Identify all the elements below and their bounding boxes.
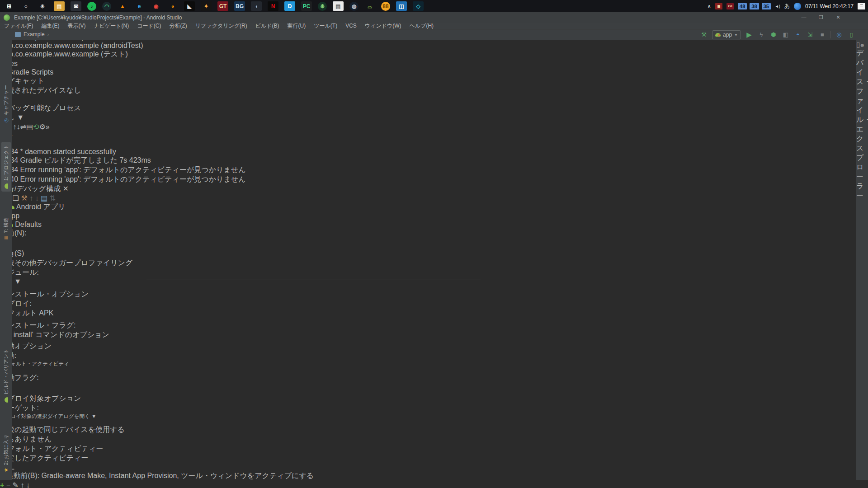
menu-item[interactable]: 編集(E) [37, 23, 63, 29]
logcat-tool-icon-soft-wrap[interactable]: ⇌ [20, 123, 26, 131]
menu-item[interactable]: ナビゲート(N) [90, 23, 133, 29]
profile-icon[interactable]: ◧ [782, 30, 790, 39]
config-tree-row[interactable]: ▶ Defaults [0, 220, 868, 229]
edit-task-icon[interactable]: ✎ [13, 481, 19, 488]
tray-temp-badge[interactable]: 35 [762, 3, 771, 9]
maximize-button[interactable]: ❐ [814, 12, 828, 23]
debug-icon[interactable]: ⬢ [769, 30, 778, 39]
dialog-close-icon[interactable]: ✕ [62, 185, 68, 192]
event-log-line[interactable]: 20:34 Gradle ビルドが完了しました 7s 423ms [0, 156, 868, 165]
taskbar-app-icon-anaconda[interactable]: ❋ [318, 2, 327, 11]
menu-item[interactable]: ヘルプ(H) [406, 23, 438, 29]
tool-button-device-file-explorer[interactable]: ▯ デバイス・ファイル・エクスプローラー [856, 40, 868, 201]
taskbar-app-icon-gta[interactable]: GT [217, 1, 228, 11]
tray-temp-badge[interactable]: 48 [738, 3, 747, 9]
menu-item[interactable]: 実行(U) [283, 23, 310, 29]
taskbar-app-icon-gem[interactable]: ◇ [413, 1, 424, 11]
tree-row[interactable]: ▶ jp.co.example.www.example (テスト) [0, 50, 868, 59]
sdk-manager-icon[interactable]: ▯ [847, 30, 855, 39]
device-manager-icon[interactable]: ◎ [835, 30, 843, 39]
taskbar-app-icon-steam[interactable]: ◍ [349, 2, 359, 11]
taskbar-app-icon-vlc[interactable]: ▲ [117, 1, 128, 11]
tray-gpu-icon[interactable]: ▦ [715, 3, 722, 9]
config-tree-row[interactable]: app [0, 212, 868, 220]
close-button[interactable]: ✕ [831, 12, 845, 23]
tool-button-favorites[interactable]: ★ 2: お気に入り [1, 432, 11, 475]
config-tree-row[interactable]: ▼ Android アプリ [0, 202, 868, 212]
taskbar-app-icon-file-explorer[interactable]: ▤ [54, 1, 65, 11]
dialog-titlebar[interactable]: 実行/デバッグ構成 ✕ [0, 184, 868, 194]
menu-item[interactable]: 分析(Z) [165, 23, 191, 29]
dropdown-option[interactable]: デフォルト・アクティビティー [0, 444, 868, 454]
build-hammer-icon[interactable]: ⚒ [700, 30, 708, 39]
taskbar-app-icon-pycharm[interactable]: PC [301, 1, 312, 11]
menu-item[interactable]: ビルド(B) [251, 23, 283, 29]
taskbar-app-icon-spotify[interactable]: ♪ [87, 2, 96, 11]
dropdown-option[interactable]: URL [0, 463, 868, 471]
taskbar-app-icon-torch[interactable]: ✦ [201, 1, 212, 11]
device-dropdown[interactable]: 接続されたデバイスなし ▼ [0, 86, 82, 103]
taskbar-app-icon-notes[interactable]: ▤ [333, 1, 344, 11]
dropdown-option[interactable]: 何もありません [0, 435, 868, 444]
target-combo[interactable]: デプロイ対象の選択ダイアログを開く ▼ [0, 413, 108, 425]
copy-config-icon[interactable]: ❏ [13, 194, 19, 202]
attach-debugger-icon[interactable]: ⇲ [806, 30, 814, 39]
tray-chevron-icon[interactable]: ∧ [707, 3, 711, 9]
taskbar-app-icon-netflix[interactable]: N [268, 1, 278, 11]
menu-item[interactable]: リファクタリング(R) [191, 23, 251, 29]
taskbar-app-icon-android[interactable]: ⌓ [364, 1, 375, 11]
tool-button-structure[interactable]: ≣ 7: 構造 [1, 215, 11, 243]
tool-button-build-variants[interactable]: ビルド・バリアント [1, 346, 11, 405]
run-config-combo[interactable]: ✕ app ▼ [712, 30, 741, 39]
logcat-tool-icon-print[interactable]: ▤ [26, 123, 33, 131]
config-tab[interactable]: プロファイリング [73, 259, 132, 267]
menu-item[interactable]: ファイル(F) [0, 23, 37, 29]
tree-row[interactable]: ▶ res [0, 59, 868, 68]
profiler-gauge-icon[interactable]: ◓ [794, 30, 802, 39]
menu-item[interactable]: ウィンドウ(W) [361, 23, 406, 29]
tool-button-capture[interactable]: ◷ キャプチャー [1, 82, 11, 125]
add-task-icon[interactable]: + [0, 481, 4, 488]
move-down-icon[interactable]: ↓ [35, 194, 39, 202]
taskbar-app-icon-mail[interactable]: ✉ [71, 1, 81, 11]
user-icon[interactable]: ☻ [859, 42, 865, 48]
menu-item[interactable]: VCS [341, 23, 361, 29]
taskbar-app-icon-windows-start[interactable]: ⊞ [4, 1, 14, 11]
taskbar-app-icon-chrome[interactable]: ◉ [151, 1, 161, 11]
taskbar-app-icon-discord[interactable]: ◖ [251, 1, 262, 11]
run-button[interactable]: ▶ [745, 30, 753, 39]
tray-temp-badge[interactable]: 38 [750, 3, 759, 9]
move-up-icon[interactable]: ↑ [20, 481, 24, 488]
event-log-line[interactable]: 20:34 * daemon started successfully [0, 148, 868, 156]
config-tab[interactable]: デバッガー [37, 259, 74, 267]
move-down-icon[interactable]: ↓ [26, 481, 30, 488]
name-input[interactable]: app [0, 238, 275, 249]
tree-row[interactable]: ▶ Gradle Scripts [0, 68, 868, 76]
taskbar-app-icon-brightness[interactable]: ☀ [37, 1, 48, 11]
stop-icon[interactable]: ■ [818, 30, 826, 39]
dropdown-option[interactable]: 指定したアクティビティー [0, 454, 868, 463]
folder-icon[interactable]: ▤ [41, 194, 47, 202]
sort-icon[interactable]: ⇅ [50, 194, 56, 202]
tool-button-project[interactable]: 1: プロジェクト [1, 142, 11, 192]
volume-icon[interactable]: ◄) [775, 4, 780, 9]
taskbar-app-icon-game[interactable]: ◣ [184, 1, 195, 11]
tray-gpu2-icon[interactable]: GII [726, 3, 734, 9]
event-log-line[interactable]: 20:40 Error running 'app': デフォルトのアクティビティ… [0, 175, 868, 184]
taskbar-clock[interactable]: 07/11 Wed 20:42:17 [805, 3, 854, 9]
move-up-icon[interactable]: ↑ [29, 194, 33, 202]
menu-item[interactable]: ツール(T) [310, 23, 341, 29]
tree-row[interactable]: ▶ jp.co.example.www.example (androidTest… [0, 41, 868, 50]
remove-task-icon[interactable]: − [6, 481, 10, 488]
logcat-tool-icon-scroll-down[interactable]: ↓ [17, 123, 20, 131]
taskbar-app-icon-firefox[interactable]: ◕ [167, 1, 178, 11]
apply-changes-icon[interactable]: ϟ [757, 30, 765, 39]
config-tab[interactable]: その他 [14, 259, 37, 267]
action-center-icon[interactable]: ☰ [858, 3, 865, 9]
logcat-tool-icon-more[interactable]: » [46, 123, 50, 131]
menu-item[interactable]: 表示(V) [63, 23, 90, 29]
taskbar-app-icon-vs[interactable]: ◫ [396, 1, 407, 11]
taskbar-app-icon-edge[interactable]: e [134, 1, 145, 11]
tray-circle-icon[interactable] [794, 3, 801, 10]
taskbar-app-icon-cortana[interactable]: ○ [20, 1, 31, 11]
